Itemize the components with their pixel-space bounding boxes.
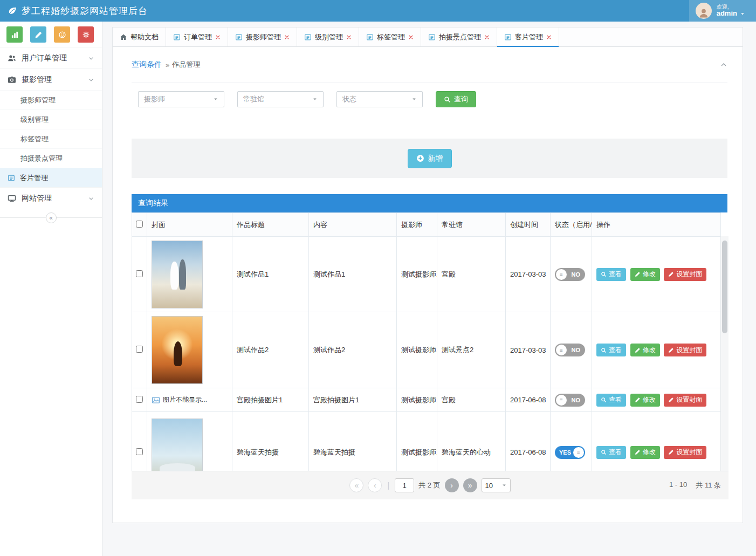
select-all-checkbox[interactable] (136, 221, 143, 228)
user-menu[interactable]: 欢迎, admin (689, 0, 756, 22)
row-checkbox[interactable] (136, 448, 143, 455)
row-checkbox[interactable] (136, 270, 143, 277)
tab-help-docs[interactable]: 帮助文档 (113, 28, 166, 46)
created-cell: 2017-06-08 (506, 412, 551, 472)
users-icon (8, 54, 16, 63)
close-icon[interactable] (484, 35, 490, 40)
sidebar-collapse-button[interactable] (46, 212, 57, 223)
page-size-select[interactable]: 10 (482, 478, 511, 492)
sidebar-subitem-tags[interactable]: 标签管理 (0, 129, 102, 148)
pencil-icon (668, 271, 674, 277)
user-meta: 欢迎, admin (717, 4, 745, 18)
smile-quick-button[interactable] (54, 26, 70, 43)
venue-cell: 测试景点2 (437, 312, 506, 388)
cover-thumbnail[interactable] (152, 241, 203, 308)
vertical-scrollbar[interactable] (720, 236, 728, 471)
tab-guest-photos[interactable]: 客片管理 (497, 28, 559, 46)
broken-image-placeholder: 图片不能显示... (152, 395, 228, 404)
status-select[interactable]: 状态 (336, 91, 423, 107)
status-toggle[interactable]: NO (555, 394, 585, 407)
cover-thumbnail[interactable] (152, 316, 203, 384)
search-icon (601, 271, 607, 277)
status-toggle[interactable]: NO (555, 344, 585, 356)
scrollbar-thumb[interactable] (722, 241, 727, 333)
chart-quick-button[interactable] (6, 26, 23, 43)
edit-button[interactable]: 修改 (630, 344, 660, 356)
sidebar-subitem-photographers[interactable]: 摄影师管理 (0, 90, 102, 109)
venue-cell: 宫殿 (437, 388, 506, 412)
last-page-button[interactable] (463, 478, 477, 492)
sidebar-subitem-guest-photos[interactable]: 客片管理 (0, 168, 102, 187)
edit-button[interactable]: 修改 (630, 268, 660, 281)
tab-levels[interactable]: 级别管理 (297, 28, 359, 46)
quick-buttons (0, 22, 102, 47)
sidebar-item-user-orders[interactable]: 用户订单管理 (0, 47, 102, 68)
close-icon[interactable] (284, 35, 290, 40)
row-checkbox[interactable] (136, 396, 143, 403)
list-icon (428, 33, 436, 41)
query-title-link[interactable]: 查询条件 (132, 60, 162, 70)
status-toggle[interactable]: YES (555, 446, 585, 459)
caret-down-icon (501, 483, 507, 488)
row-checkbox[interactable] (136, 346, 143, 353)
photographer-cell: 测试摄影师1 (397, 412, 437, 472)
menu-label: 摄影管理 (22, 75, 52, 85)
next-page-button[interactable] (445, 478, 459, 492)
app-brand: 梦工程婚纱摄影网站管理后台 (8, 5, 148, 17)
camera-icon (8, 75, 16, 84)
view-button[interactable]: 查看 (596, 268, 626, 281)
search-button[interactable]: 查询 (436, 91, 476, 107)
venue-select[interactable]: 常驻馆 (237, 91, 324, 107)
edit-quick-button[interactable] (30, 26, 46, 43)
content-cell: 碧海蓝天拍摄 (309, 412, 397, 472)
cover-thumbnail[interactable] (152, 418, 203, 472)
tab-tags[interactable]: 标签管理 (359, 28, 421, 46)
first-page-button[interactable] (349, 478, 363, 492)
close-icon[interactable] (408, 35, 414, 40)
close-icon[interactable] (546, 35, 552, 40)
tab-shoot-locations[interactable]: 拍摄景点管理 (421, 28, 497, 46)
set-cover-button[interactable]: 设置封面 (664, 446, 706, 459)
sidebar-item-website[interactable]: 网站管理 (0, 187, 102, 209)
set-cover-button[interactable]: 设置封面 (664, 394, 706, 407)
prev-page-button[interactable] (368, 478, 382, 492)
edit-button[interactable]: 修改 (630, 394, 660, 407)
tab-photographers[interactable]: 摄影师管理 (228, 28, 297, 46)
close-icon[interactable] (346, 35, 352, 40)
venue-cell: 宫殿 (437, 237, 506, 312)
settings-quick-button[interactable] (78, 26, 94, 43)
chevron-up-icon[interactable] (720, 61, 727, 68)
view-button[interactable]: 查看 (596, 394, 626, 407)
column-header: 内容 (309, 213, 397, 237)
pencil-icon (635, 397, 641, 403)
tab-orders[interactable]: 订单管理 (166, 28, 228, 46)
content-cell: 宫殿拍摄图片1 (309, 388, 397, 412)
status-toggle[interactable]: NO (555, 268, 585, 281)
edit-button[interactable]: 修改 (630, 446, 660, 459)
broken-image-icon (152, 396, 160, 404)
person-icon (698, 7, 710, 19)
caret-down-icon (411, 97, 417, 102)
list-icon (366, 33, 374, 41)
set-cover-button[interactable]: 设置封面 (664, 268, 706, 281)
avatar[interactable] (696, 3, 712, 19)
column-header: 作品标题 (232, 213, 309, 237)
set-cover-button[interactable]: 设置封面 (664, 344, 706, 356)
page-number-input[interactable] (395, 478, 414, 492)
venue-cell: 碧海蓝天的心动 (437, 412, 506, 472)
content-cell: 测试作品2 (309, 312, 397, 388)
list-icon (304, 33, 312, 41)
sidebar-subitem-levels[interactable]: 级别管理 (0, 109, 102, 129)
list-icon (504, 33, 512, 41)
sidebar-subitem-shoot-locations[interactable]: 拍摄景点管理 (0, 148, 102, 168)
view-button[interactable]: 查看 (596, 446, 626, 459)
photographer-select[interactable]: 摄影师 (138, 91, 224, 107)
add-button[interactable]: 新增 (408, 149, 452, 168)
view-button[interactable]: 查看 (596, 344, 626, 356)
app-title: 梦工程婚纱摄影网站管理后台 (22, 5, 148, 17)
close-icon[interactable] (215, 35, 221, 40)
table-header-row: 封面 作品标题 内容 摄影师 常驻馆 创建时间 状态（启用/禁用） 操作 (132, 213, 721, 237)
sidebar-item-photography[interactable]: 摄影管理 (0, 68, 102, 90)
sidebar: 用户订单管理 摄影管理 摄影师管理 级别管理 标签管理 拍摄景点管理 客片管理 … (0, 22, 102, 556)
breadcrumb-separator: » (166, 61, 169, 69)
